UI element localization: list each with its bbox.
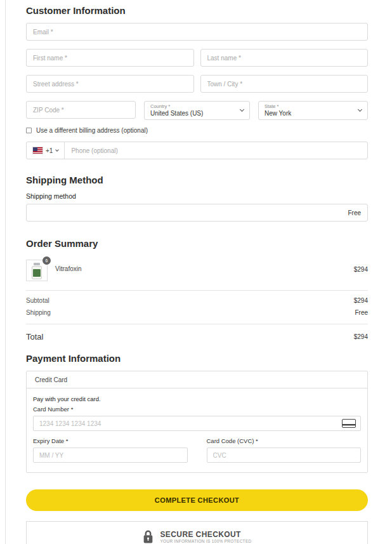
product-name: Vitrafoxin [55,265,82,272]
phone-country-code: +1 [46,147,53,154]
total-row: Total $294 [26,324,368,342]
credit-card-icon [342,419,356,428]
billing-address-checkbox-label: Use a different billing address (optiona… [36,127,148,134]
subtotal-row: Subtotal $294 [26,297,368,304]
card-number-label: Card Number * [33,406,361,413]
product-bottle-image [32,263,42,279]
complete-checkout-button[interactable]: COMPLETE CHECKOUT [26,489,368,511]
shipping-option-price: Free [348,209,361,216]
expiry-cvc-row: Expiry Date * Card Code (CVC) * [33,437,361,463]
secure-checkout-title: SECURE CHECKOUT [160,530,251,539]
address-row [26,75,368,93]
checkout-panel: Customer Information Country * [5,0,392,544]
state-select-value: New York [265,110,358,117]
shipping-cost-label: Shipping [26,309,51,316]
shipping-method-title: Shipping Method [26,175,368,186]
quantity-badge: 6 [42,256,51,265]
phone-field: +1 [26,142,368,159]
town-city-input[interactable] [200,75,369,93]
payment-method-label: Credit Card [35,376,67,383]
subtotal-label: Subtotal [26,297,49,304]
us-flag-icon [33,147,42,154]
card-number-field [33,416,361,431]
product-thumbnail: 6 [26,260,48,281]
order-summary-section: Order Summary 6 Vitrafoxin $294 Subtotal… [26,238,368,342]
customer-info-title: Customer Information [26,5,368,17]
total-value: $294 [354,333,368,340]
shipping-method-label: Shipping method [26,192,368,200]
expiry-date-input[interactable] [33,448,188,463]
billing-address-checkbox-row[interactable]: Use a different billing address (optiona… [26,127,368,134]
phone-input[interactable] [65,142,367,159]
name-row [26,49,368,67]
payment-method-box: Credit Card Pay with your credit card. C… [26,371,368,473]
expiry-date-label: Expiry Date * [33,437,188,444]
shipping-option[interactable]: Free [26,204,368,222]
state-select[interactable]: State * New York [258,101,368,120]
shipping-method-section: Shipping Method Shipping method Free [26,175,368,222]
billing-address-checkbox[interactable] [26,128,32,133]
shipping-cost-value: Free [355,309,368,316]
cvc-label: Card Code (CVC) * [207,437,362,444]
customer-info-section: Customer Information Country * [26,5,368,159]
country-select-value: United States (US) [150,110,240,117]
product-price: $294 [354,266,368,273]
secure-checkout-banner: SECURE CHECKOUT YOUR INFORMATION IS 100%… [26,521,368,544]
chevron-down-icon [240,107,244,112]
first-name-input[interactable] [26,49,194,67]
card-number-input[interactable] [33,416,361,431]
payment-instruction: Pay with your credit card. [33,395,361,402]
shipping-cost-row: Shipping Free [26,309,368,316]
phone-country-selector[interactable]: +1 [33,147,64,154]
subtotal-value: $294 [354,297,368,304]
lock-icon [142,529,154,544]
country-select-label: Country * [150,104,240,109]
secure-checkout-subtitle: YOUR INFORMATION IS 100% PROTECTED [160,539,251,543]
payment-info-title: Payment Information [26,353,368,364]
payment-info-section: Payment Information Credit Card Pay with… [26,353,368,544]
order-item-row: 6 Vitrafoxin $294 [26,256,368,290]
total-label: Total [26,332,43,342]
chevron-down-icon [358,107,362,112]
payment-method-header[interactable]: Credit Card [27,371,367,388]
country-select[interactable]: Country * United States (US) [144,101,250,120]
order-summary-title: Order Summary [26,238,368,249]
last-name-input[interactable] [200,49,369,67]
chevron-down-icon [56,148,60,152]
email-input[interactable] [26,23,368,41]
cvc-input[interactable] [207,448,362,463]
state-select-label: State * [265,104,358,109]
checkout-page: Customer Information Country * [6,0,392,544]
street-address-input[interactable] [26,75,194,93]
summary-divider [26,290,368,291]
payment-method-body: Pay with your credit card. Card Number * [27,388,367,472]
zip-code-input[interactable] [26,101,136,119]
zip-country-state-row: Country * United States (US) State * New… [26,101,368,120]
